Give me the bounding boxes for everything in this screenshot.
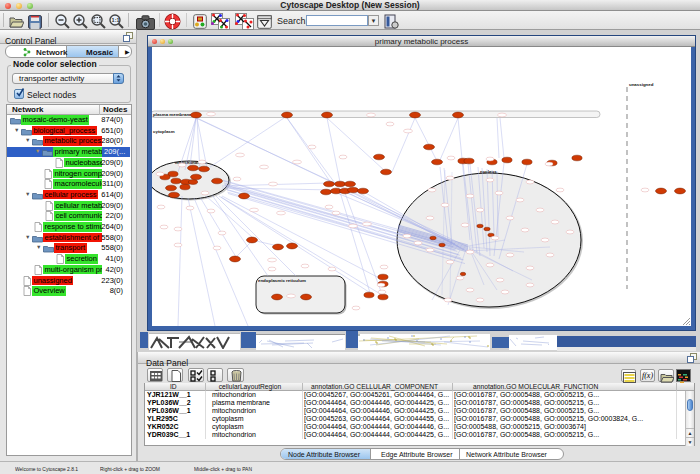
svg-text:nucleus: nucleus <box>480 169 497 174</box>
svg-text:endoplasmic reticulum: endoplasmic reticulum <box>258 278 306 283</box>
svg-text:cytoplasm: cytoplasm <box>153 129 175 134</box>
svg-text:plasma membrane: plasma membrane <box>153 112 192 117</box>
svg-text:unassigned: unassigned <box>629 82 654 87</box>
